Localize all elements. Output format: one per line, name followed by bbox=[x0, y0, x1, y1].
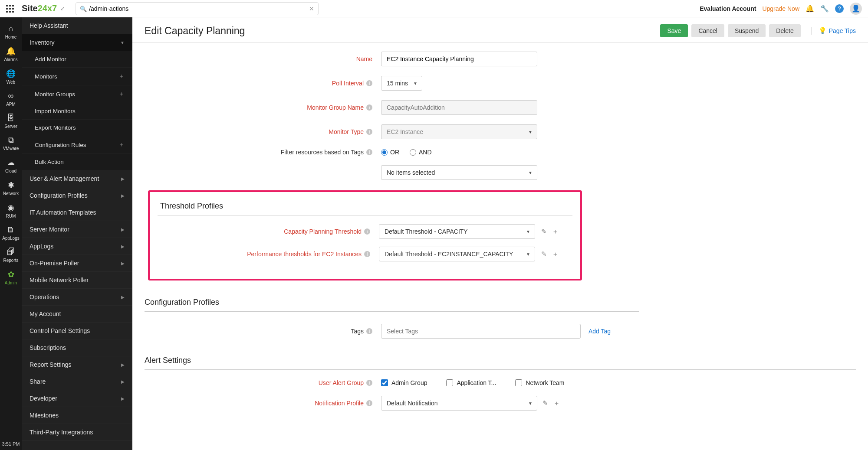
config-profiles-title: Configuration Profiles bbox=[145, 298, 856, 311]
wrench-icon[interactable]: 🔧 bbox=[820, 4, 829, 13]
search-input[interactable] bbox=[76, 2, 319, 15]
notification-profile-select[interactable]: Default Notification▼ bbox=[381, 396, 537, 411]
sidebar-item-export-monitors[interactable]: Export Monitors bbox=[22, 120, 132, 136]
tags-input[interactable] bbox=[381, 324, 581, 339]
cancel-button[interactable]: Cancel bbox=[691, 24, 724, 37]
info-icon[interactable]: i bbox=[364, 228, 370, 235]
sidebar-item-server-monitor[interactable]: Server Monitor▶ bbox=[22, 221, 132, 238]
sidebar-item-operations[interactable]: Operations▶ bbox=[22, 289, 132, 306]
info-icon[interactable]: i bbox=[366, 380, 372, 386]
sidebar-item-label: Report Settings bbox=[30, 361, 72, 368]
global-search: 🔍 ✕ bbox=[76, 2, 319, 15]
threshold-section-title: Threshold Profiles bbox=[158, 202, 572, 215]
sidebar-item-applogs[interactable]: AppLogs▶ bbox=[22, 238, 132, 255]
filter-and-radio[interactable]: AND bbox=[410, 149, 432, 156]
application-group-checkbox[interactable]: Application T... bbox=[446, 379, 496, 386]
server-icon: 🗄 bbox=[7, 114, 15, 123]
plus-icon[interactable]: ＋ bbox=[552, 250, 559, 258]
name-input[interactable] bbox=[381, 52, 537, 66]
sidebar-item-label: Developer bbox=[30, 395, 57, 402]
edit-icon[interactable]: ✎ bbox=[541, 250, 547, 258]
suspend-button[interactable]: Suspend bbox=[728, 24, 766, 37]
plus-icon[interactable]: ＋ bbox=[118, 141, 125, 149]
sidebar-item-share[interactable]: Share▶ bbox=[22, 373, 132, 390]
tags-filter-select[interactable]: No items selected▼ bbox=[381, 165, 537, 180]
poll-interval-select[interactable]: 15 mins▼ bbox=[381, 76, 422, 91]
chevron-right-icon: ▶ bbox=[121, 261, 125, 266]
sidebar-item-report-settings[interactable]: Report Settings▶ bbox=[22, 356, 132, 373]
delete-button[interactable]: Delete bbox=[769, 24, 800, 37]
info-icon[interactable]: i bbox=[366, 149, 372, 155]
sidebar-item-developer[interactable]: Developer▶ bbox=[22, 390, 132, 407]
rail-item-home[interactable]: ⌂Home bbox=[0, 21, 22, 43]
edit-icon[interactable]: ✎ bbox=[541, 228, 547, 236]
rail-item-admin[interactable]: ✿Admin bbox=[0, 266, 22, 289]
sidebar-item-configuration-profiles[interactable]: Configuration Profiles▶ bbox=[22, 187, 132, 204]
notification-icon[interactable]: 🔔 bbox=[806, 4, 814, 13]
icon-rail: ⌂Home🔔Alarms🌐Web∞APM🗄Server⧉VMware☁Cloud… bbox=[0, 17, 22, 450]
sidebar-item-import-monitors[interactable]: Import Monitors bbox=[22, 103, 132, 120]
capacity-threshold-select[interactable]: Default Threshold - CAPACITY▼ bbox=[379, 224, 535, 239]
sidebar-item-it-automation-templates[interactable]: IT Automation Templates bbox=[22, 204, 132, 221]
performance-threshold-label: Performance thresholds for EC2 Instances… bbox=[158, 251, 379, 258]
info-icon[interactable]: i bbox=[366, 104, 372, 111]
sidebar-item-monitors[interactable]: Monitors＋ bbox=[22, 68, 132, 85]
rail-item-applogs[interactable]: 🗎AppLogs bbox=[0, 222, 22, 244]
page-tips[interactable]: 💡 Page Tips bbox=[811, 27, 856, 35]
info-icon[interactable]: i bbox=[364, 251, 370, 257]
sidebar-item-control-panel-settings[interactable]: Control Panel Settings bbox=[22, 323, 132, 339]
sidebar-item-milestones[interactable]: Milestones bbox=[22, 407, 132, 424]
sidebar-item-on-premise-poller[interactable]: On-Premise Poller▶ bbox=[22, 255, 132, 272]
sidebar-item-label: Operations bbox=[30, 293, 59, 300]
avatar[interactable]: 👤 bbox=[850, 3, 862, 15]
network-team-checkbox[interactable]: Network Team bbox=[515, 379, 564, 386]
chevron-right-icon: ▶ bbox=[121, 244, 125, 249]
rail-label: Admin bbox=[5, 280, 17, 285]
admin-group-checkbox[interactable]: Admin Group bbox=[381, 379, 427, 386]
rail-item-network[interactable]: ✱Network bbox=[0, 177, 22, 199]
expand-icon[interactable]: ⤢ bbox=[60, 5, 65, 12]
sidebar-item-help-assistant[interactable]: Help Assistant bbox=[22, 17, 132, 34]
add-tag-link[interactable]: Add Tag bbox=[589, 328, 611, 335]
rail-item-cloud[interactable]: ☁Cloud bbox=[0, 154, 22, 177]
plus-icon[interactable]: ＋ bbox=[553, 399, 560, 408]
sidebar-item-user-alert-management[interactable]: User & Alert Management▶ bbox=[22, 170, 132, 187]
sidebar-item-add-monitor[interactable]: Add Monitor bbox=[22, 51, 132, 68]
save-button[interactable]: Save bbox=[660, 24, 688, 37]
sidebar-item-inventory[interactable]: Inventory▼ bbox=[22, 34, 132, 51]
logo[interactable]: Site24x7 bbox=[22, 3, 57, 13]
sidebar-item-monitor-groups[interactable]: Monitor Groups＋ bbox=[22, 85, 132, 103]
apps-menu-icon[interactable] bbox=[6, 5, 14, 13]
sidebar-item-bulk-action[interactable]: Bulk Action bbox=[22, 154, 132, 170]
clear-search-icon[interactable]: ✕ bbox=[309, 5, 314, 12]
info-icon[interactable]: i bbox=[366, 400, 372, 406]
info-icon[interactable]: i bbox=[366, 129, 372, 135]
performance-threshold-select[interactable]: Default Threshold - EC2INSTANCE_CAPACITY… bbox=[379, 247, 535, 261]
info-icon[interactable]: i bbox=[366, 328, 372, 334]
rail-item-alarms[interactable]: 🔔Alarms bbox=[0, 43, 22, 65]
sidebar-item-mobile-network-poller[interactable]: Mobile Network Poller bbox=[22, 272, 132, 289]
plus-icon[interactable]: ＋ bbox=[118, 72, 125, 80]
sidebar-item-my-account[interactable]: My Account bbox=[22, 306, 132, 323]
rail-item-vmware[interactable]: ⧉VMware bbox=[0, 132, 22, 154]
rail-item-server[interactable]: 🗄Server bbox=[0, 110, 22, 132]
rail-item-web[interactable]: 🌐Web bbox=[0, 65, 22, 88]
upgrade-link[interactable]: Upgrade Now bbox=[762, 5, 799, 12]
rail-item-reports[interactable]: 🗐Reports bbox=[0, 244, 22, 266]
sidebar-item-third-party-integrations[interactable]: Third-Party Integrations bbox=[22, 424, 132, 441]
filter-or-radio[interactable]: OR bbox=[381, 149, 399, 156]
rail-label: APM bbox=[6, 102, 16, 107]
plus-icon[interactable]: ＋ bbox=[118, 90, 125, 98]
chevron-right-icon: ▶ bbox=[121, 396, 125, 401]
rail-label: AppLogs bbox=[2, 236, 19, 241]
sidebar-item-configuration-rules[interactable]: Configuration Rules＋ bbox=[22, 136, 132, 154]
rail-item-rum[interactable]: ◉RUM bbox=[0, 199, 22, 222]
info-icon[interactable]: i bbox=[366, 80, 372, 86]
monitor-group-label: Monitor Group Name i bbox=[145, 104, 381, 111]
sidebar-item-subscriptions[interactable]: Subscriptions bbox=[22, 339, 132, 356]
help-icon[interactable]: ? bbox=[835, 4, 844, 13]
edit-icon[interactable]: ✎ bbox=[542, 399, 548, 408]
plus-icon[interactable]: ＋ bbox=[552, 228, 559, 236]
apm-icon: ∞ bbox=[8, 91, 14, 101]
rail-item-apm[interactable]: ∞APM bbox=[0, 88, 22, 110]
